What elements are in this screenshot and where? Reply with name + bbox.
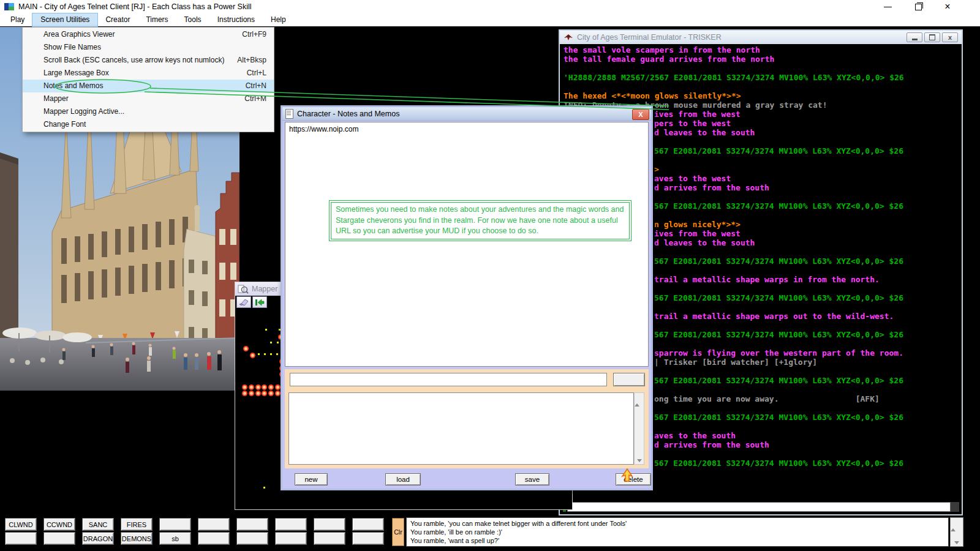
map-path-dot [265, 329, 267, 331]
macro-button-empty[interactable] [236, 532, 268, 545]
macro-button-empty[interactable] [314, 518, 345, 531]
macro-column [275, 518, 307, 546]
terminal-minimize-icon[interactable] [907, 32, 922, 42]
new-button[interactable]: new [295, 473, 328, 485]
notes-list-area[interactable] [288, 392, 634, 465]
terminal-maximize-icon[interactable] [924, 32, 940, 42]
map-room-dot [242, 384, 247, 390]
macro-button-clwnd[interactable]: CLWND [5, 518, 37, 531]
macro-button-dragon[interactable]: DRAGON [82, 532, 114, 545]
macro-button-empty[interactable] [198, 518, 230, 531]
map-room-dot [268, 384, 274, 390]
map-path-dot [276, 353, 278, 355]
terminal-titlebar[interactable]: City of Ages Terminal Emulator - TRISKER… [560, 31, 962, 44]
mapper-toolbar [235, 296, 268, 309]
mapper-title: Mapper [252, 285, 277, 293]
note-name-button[interactable] [613, 373, 645, 386]
macro-button-empty[interactable] [159, 518, 191, 531]
mapper-icon [238, 285, 249, 294]
ramble-message: You ramble, 'ill be on ramble :)' [410, 528, 944, 536]
map-room-dot [275, 384, 281, 390]
terminal-line [564, 82, 960, 91]
menu-item-shortcut: Ctrl+M [244, 92, 266, 105]
menu-timers[interactable]: Timers [138, 13, 176, 26]
macro-button-empty[interactable] [352, 518, 384, 531]
annotation-box: Sometimes you need to make notes about y… [329, 200, 631, 241]
document-icon [285, 109, 293, 119]
menu-item-area-graphics-viewer[interactable]: Area Graphics ViewerCtrl+F9 [23, 28, 274, 41]
menu-item-show-file-names[interactable]: Show File Names [23, 41, 274, 54]
menu-item-change-font[interactable]: Change Font [23, 118, 274, 131]
map-room-dot [262, 391, 267, 396]
macro-button-demons[interactable]: DEMONS [121, 532, 153, 545]
minimize-icon[interactable] [877, 0, 898, 13]
delete-button[interactable]: delete [616, 473, 651, 485]
map-room-dot [268, 391, 274, 396]
terminal-line: the small vole scampers in from the nort… [564, 45, 960, 54]
app-icon [4, 2, 14, 12]
terminal-command-input[interactable] [567, 502, 951, 512]
menu-play[interactable]: Play [2, 13, 32, 26]
macro-column: FIRESDEMONS [121, 518, 153, 546]
macro-button-empty[interactable] [275, 518, 307, 531]
menu-screen-utilities[interactable]: Screen Utilities [32, 13, 97, 26]
menu-instructions[interactable]: Instructions [209, 13, 263, 26]
save-button[interactable]: save [515, 473, 549, 485]
message-scrollbar[interactable] [950, 517, 963, 547]
macro-button-empty[interactable] [352, 532, 384, 545]
terminal-title: City of Ages Terminal Emulator - TRISKER [577, 33, 722, 42]
notes-close-icon[interactable]: X [632, 109, 649, 120]
mapper-eraser-button[interactable] [236, 296, 251, 308]
load-button[interactable]: load [385, 473, 421, 485]
menu-tools[interactable]: Tools [176, 13, 209, 26]
macro-button-empty[interactable] [314, 532, 345, 545]
macro-button-empty[interactable] [5, 532, 37, 545]
ramble-message: You ramble, 'you can make telnet bigger … [410, 519, 944, 528]
menu-item-shortcut: Ctrl+L [247, 67, 266, 80]
terminal-input-button[interactable] [951, 502, 959, 512]
app-window: MAIN - City of Ages Telnet Client [RJ] -… [0, 0, 980, 551]
terminal-app-icon [564, 34, 573, 41]
menu-item-large-message-box[interactable]: Large Message BoxCtrl+L [23, 67, 274, 80]
green-arrow-icon [255, 299, 265, 306]
menu-item-mapper-logging-active[interactable]: Mapper Logging Active... [23, 105, 274, 118]
macro-column [352, 518, 384, 546]
bottom-toolbar: CLWND CCWND SANCDRAGONFIRESDEMONS sb Clr… [0, 517, 980, 551]
annotation-text: Sometimes you need to make notes about y… [331, 202, 630, 239]
menu-help[interactable]: Help [263, 13, 294, 26]
menu-item-label: Show File Names [43, 41, 101, 54]
macro-button-empty[interactable] [236, 518, 268, 531]
terminal-close-icon[interactable]: x [942, 32, 958, 42]
notes-dialog-titlebar[interactable]: Character - Notes and Memos [282, 107, 651, 121]
menu-item-label: Scroll Back (ESC cancels, use arrow keys… [43, 54, 224, 67]
macro-button-ccwnd[interactable]: CCWND [43, 518, 75, 531]
macro-column [236, 518, 268, 546]
map-room-dot [255, 384, 261, 390]
macro-button-sb[interactable]: sb [159, 532, 191, 545]
menu-item-scroll-back-esc-cancels-use-arrow-keys-not-numlock[interactable]: Scroll Back (ESC cancels, use arrow keys… [23, 54, 274, 67]
map-path-dot [264, 353, 266, 355]
macro-button-fires[interactable]: FIRES [121, 518, 153, 531]
menu-item-label: Notes and Memos [43, 80, 103, 92]
menu-item-notes-and-memos[interactable]: Notes and MemosCtrl+N [23, 80, 274, 92]
mapper-follow-button[interactable] [252, 296, 267, 308]
menu-creator[interactable]: Creator [97, 13, 138, 26]
notes-dialog: Character - Notes and Memos X https://ww… [281, 105, 653, 490]
notes-scrollbar[interactable] [634, 392, 644, 465]
macro-button-empty[interactable] [275, 532, 307, 545]
restore-icon[interactable] [908, 0, 929, 13]
close-icon[interactable]: × [937, 0, 958, 13]
macro-button-sanc[interactable]: SANC [82, 518, 114, 531]
menu-item-mapper[interactable]: MapperCtrl+M [23, 92, 274, 105]
macro-button-empty[interactable] [43, 532, 75, 545]
menu-item-label: Mapper Logging Active... [43, 105, 124, 118]
notes-text-area[interactable]: https://www.noip.com [285, 122, 649, 367]
macro-button-empty[interactable] [198, 532, 230, 545]
map-room-dot [249, 391, 254, 396]
map-path-dot [263, 487, 265, 489]
map-path-dot [277, 342, 279, 343]
menu-bar: PlayScreen UtilitiesCreatorTimersToolsIn… [0, 13, 980, 26]
clear-button[interactable]: Clr [392, 518, 404, 546]
map-room-dot [250, 353, 255, 358]
note-name-input[interactable] [290, 373, 607, 386]
